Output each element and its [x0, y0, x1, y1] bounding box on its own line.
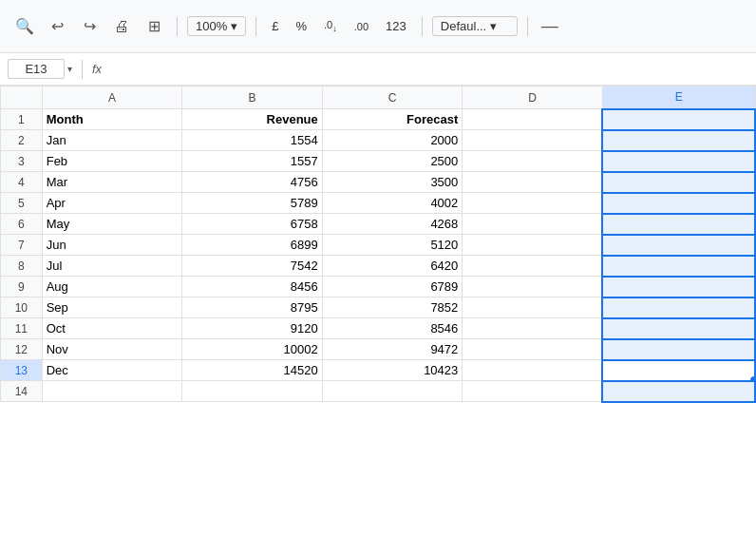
cell-9-B[interactable]: 8456 — [182, 277, 323, 297]
fill-handle[interactable] — [750, 376, 755, 381]
cell-8-C[interactable]: 6420 — [322, 256, 463, 277]
cell-12-E[interactable] — [602, 339, 755, 360]
search-icon[interactable]: 🔍 — [11, 13, 38, 40]
cell-5-A[interactable]: Apr — [42, 193, 182, 214]
cell-2-B[interactable]: 1554 — [182, 130, 323, 151]
decimal-more-button[interactable]: .00 — [349, 19, 374, 34]
cell-14-D[interactable] — [463, 381, 603, 402]
cell-10-D[interactable] — [463, 297, 603, 318]
cell-9-E[interactable] — [602, 277, 755, 297]
col-header-E[interactable]: E — [602, 86, 755, 109]
cell-7-B[interactable]: 6899 — [182, 235, 323, 256]
cell-11-C[interactable]: 8546 — [322, 318, 463, 339]
cell-3-E[interactable] — [602, 151, 755, 172]
cell-1-D[interactable] — [463, 109, 603, 130]
cell-4-C[interactable]: 3500 — [322, 172, 463, 193]
cell-2-D[interactable] — [463, 130, 603, 151]
cell-5-E[interactable] — [602, 193, 755, 214]
cell-14-C[interactable] — [322, 381, 463, 402]
undo-icon[interactable]: ↩ — [44, 13, 70, 40]
cell-4-A[interactable]: Mar — [42, 172, 182, 193]
col-header-C[interactable]: C — [322, 86, 463, 109]
cell-11-B[interactable]: 9120 — [182, 318, 323, 339]
col-header-A[interactable]: A — [42, 86, 182, 109]
cell-10-A[interactable]: Sep — [42, 297, 182, 318]
col-header-B[interactable]: B — [182, 86, 323, 109]
cell-13-D[interactable] — [463, 360, 603, 381]
cell-13-A[interactable]: Dec — [42, 360, 182, 381]
cell-6-E[interactable] — [602, 214, 755, 235]
percent-button[interactable]: % — [290, 17, 312, 35]
cell-6-A[interactable]: May — [42, 214, 182, 235]
row-num-3: 3 — [1, 151, 43, 172]
zoom-selector[interactable]: 100% ▾ — [187, 16, 246, 36]
cell-9-D[interactable] — [463, 277, 603, 297]
cell-2-C[interactable]: 2000 — [322, 130, 463, 151]
formula-input[interactable] — [107, 62, 748, 76]
cell-5-D[interactable] — [463, 193, 603, 214]
cell-11-E[interactable] — [602, 318, 755, 339]
cell-5-C[interactable]: 4002 — [322, 193, 463, 214]
toolbar-divider-2 — [255, 17, 256, 36]
cell-12-C[interactable]: 9472 — [322, 339, 463, 360]
cell-2-A[interactable]: Jan — [42, 130, 182, 151]
fx-label: fx — [92, 62, 102, 76]
cell-1-E[interactable] — [602, 109, 755, 130]
cell-1-B[interactable]: Revenue — [182, 109, 323, 130]
font-arrow: ▾ — [490, 19, 497, 33]
cell-8-A[interactable]: Jul — [42, 256, 182, 277]
cell-8-D[interactable] — [463, 256, 603, 277]
cell-1-A[interactable]: Month — [42, 109, 182, 130]
cell-3-C[interactable]: 2500 — [322, 151, 463, 172]
minus-button[interactable]: — — [538, 16, 562, 36]
cell-6-C[interactable]: 4268 — [322, 214, 463, 235]
toolbar-divider-3 — [422, 17, 423, 36]
cell-10-B[interactable]: 8795 — [182, 297, 323, 318]
cell-9-C[interactable]: 6789 — [322, 277, 463, 297]
cell-4-E[interactable] — [602, 172, 755, 193]
cell-3-A[interactable]: Feb — [42, 151, 182, 172]
cell-3-B[interactable]: 1557 — [182, 151, 323, 172]
cell-13-E[interactable] — [602, 360, 755, 381]
pound-button[interactable]: £ — [266, 17, 284, 35]
cell-6-B[interactable]: 6758 — [182, 214, 323, 235]
cell-ref-arrow: ▾ — [67, 64, 72, 74]
cell-12-A[interactable]: Nov — [42, 339, 182, 360]
cell-11-D[interactable] — [463, 318, 603, 339]
cell-14-E[interactable] — [602, 381, 755, 402]
cell-7-A[interactable]: Jun — [42, 235, 182, 256]
cell-7-E[interactable] — [602, 235, 755, 256]
cell-13-C[interactable]: 10423 — [322, 360, 463, 381]
cell-14-B[interactable] — [182, 381, 323, 402]
cell-11-A[interactable]: Oct — [42, 318, 182, 339]
print-icon[interactable]: 🖨 — [108, 13, 135, 40]
row-num-10: 10 — [1, 297, 43, 318]
corner-cell — [1, 86, 43, 109]
cell-7-D[interactable] — [463, 235, 603, 256]
cell-8-B[interactable]: 7542 — [182, 256, 323, 277]
cell-reference[interactable]: E13 — [8, 59, 65, 79]
cell-4-B[interactable]: 4756 — [182, 172, 323, 193]
col-header-D[interactable]: D — [463, 86, 603, 109]
redo-icon[interactable]: ↪ — [76, 13, 103, 40]
cell-12-B[interactable]: 10002 — [182, 339, 323, 360]
cell-12-D[interactable] — [463, 339, 603, 360]
decimal-less-button[interactable]: .0↓ — [318, 17, 343, 35]
cell-5-B[interactable]: 5789 — [182, 193, 323, 214]
cell-2-E[interactable] — [602, 130, 755, 151]
toolbar: 🔍 ↩ ↪ 🖨 ⊞ 100% ▾ £ % .0↓ .00 123 Defaul.… — [0, 0, 756, 53]
cell-7-C[interactable]: 5120 — [322, 235, 463, 256]
font-selector[interactable]: Defaul... ▾ — [432, 16, 518, 36]
cell-10-C[interactable]: 7852 — [322, 297, 463, 318]
paint-format-icon[interactable]: ⊞ — [141, 13, 167, 40]
cell-4-D[interactable] — [463, 172, 603, 193]
cell-14-A[interactable] — [42, 381, 182, 402]
cell-13-B[interactable]: 14520 — [182, 360, 323, 381]
number-format-button[interactable]: 123 — [380, 17, 412, 35]
cell-10-E[interactable] — [602, 297, 755, 318]
cell-9-A[interactable]: Aug — [42, 277, 182, 297]
cell-6-D[interactable] — [463, 214, 603, 235]
cell-1-C[interactable]: Forecast — [322, 109, 463, 130]
cell-8-E[interactable] — [602, 256, 755, 277]
cell-3-D[interactable] — [463, 151, 603, 172]
